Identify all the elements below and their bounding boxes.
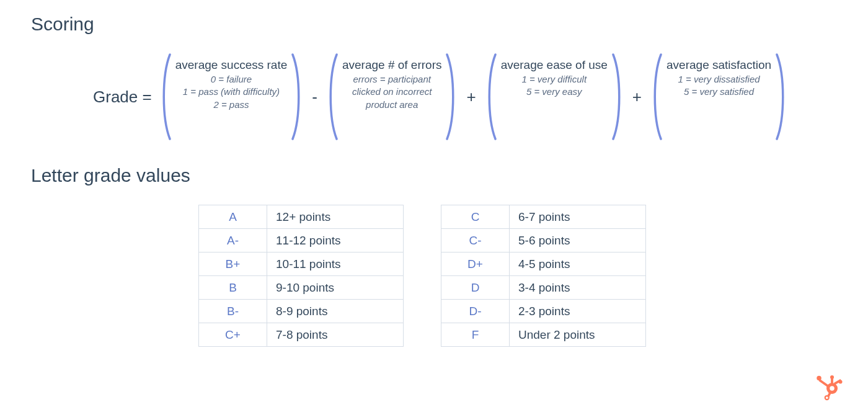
right-paren-icon [291,53,303,140]
grade-formula: Grade = average success rate 0 = failure… [93,53,837,140]
grade-letter: F [441,323,510,347]
term-sub: 1 = very difficult [521,73,587,86]
formula-term-success-rate: average success rate 0 = failure 1 = pas… [159,53,304,140]
table-row: D+4-5 points [441,252,646,276]
grade-range: 2-3 points [510,300,646,323]
table-row: D-2-3 points [441,300,646,323]
grade-letter: A [199,205,267,229]
grade-letter: D+ [441,252,510,276]
grade-range: 9-10 points [267,276,404,300]
grade-range: 3-4 points [510,276,646,300]
grade-range: Under 2 points [510,323,646,347]
plus-operator: + [458,87,484,107]
grade-letter: A- [199,229,267,252]
left-paren-icon [485,53,497,140]
letter-grade-heading: Letter grade values [31,165,837,186]
grade-range: 5-6 points [510,229,646,252]
formula-term-ease-of-use: average ease of use 1 = very difficult 5… [485,53,624,140]
term-sub: 1 = pass (with difficulty) [183,86,280,98]
scoring-heading: Scoring [31,14,837,35]
table-row: FUnder 2 points [441,323,646,347]
left-paren-icon [159,53,172,140]
grade-letter: B [199,276,267,300]
table-row: B+10-11 points [199,252,404,276]
table-row: C-5-6 points [441,229,646,252]
term-sub: 2 = pass [213,99,249,111]
right-paren-icon [775,53,787,140]
left-paren-icon [650,53,663,140]
table-row: A12+ points [199,205,404,229]
plus-operator: + [624,87,650,107]
table-row: C+7-8 points [199,323,404,347]
grade-letter: B+ [199,252,267,276]
svg-rect-5 [831,377,833,384]
right-paren-icon [611,53,624,140]
term-sub: product area [366,99,418,111]
grade-letter: D- [441,300,510,323]
table-row: B9-10 points [199,276,404,300]
hubspot-sprocket-icon [813,372,843,401]
term-sub: 5 = very easy [526,86,582,98]
table-row: D3-4 points [441,276,646,300]
term-title: average # of errors [342,58,442,72]
grade-letter: B- [199,300,267,323]
table-row: B-8-9 points [199,300,404,323]
left-paren-icon [326,53,339,140]
term-sub: clicked on incorrect [352,86,432,98]
grade-range: 7-8 points [267,323,404,347]
grade-range: 8-9 points [267,300,404,323]
grade-letter: D [441,276,510,300]
grade-range: 12+ points [267,205,404,229]
grade-range: 6-7 points [510,205,646,229]
term-sub: 0 = failure [211,73,252,86]
right-paren-icon [445,53,458,140]
svg-rect-3 [818,379,828,387]
formula-term-errors: average # of errors errors = participant… [326,53,458,140]
grade-table-left: A12+ points A-11-12 points B+10-11 point… [198,205,404,347]
table-row: A-11-12 points [199,229,404,252]
formula-term-satisfaction: average satisfaction 1 = very dissatisfi… [650,53,787,140]
grade-equals-label: Grade = [93,87,152,107]
grade-table-right: C6-7 points C-5-6 points D+4-5 points D3… [441,205,646,347]
term-sub: 5 = very satisfied [684,86,754,98]
term-sub: 1 = very dissatisfied [678,73,760,86]
grade-letter: C- [441,229,510,252]
term-title: average ease of use [501,58,608,72]
svg-point-1 [830,386,835,391]
grade-letter: C+ [199,323,267,347]
grade-range: 10-11 points [267,252,404,276]
grade-range: 11-12 points [267,229,404,252]
term-title: average success rate [175,58,288,72]
grade-range: 4-5 points [510,252,646,276]
minus-operator: - [303,87,326,107]
term-sub: errors = participant [353,73,430,86]
term-title: average satisfaction [666,58,771,72]
grade-letter: C [441,205,510,229]
table-row: C6-7 points [441,205,646,229]
